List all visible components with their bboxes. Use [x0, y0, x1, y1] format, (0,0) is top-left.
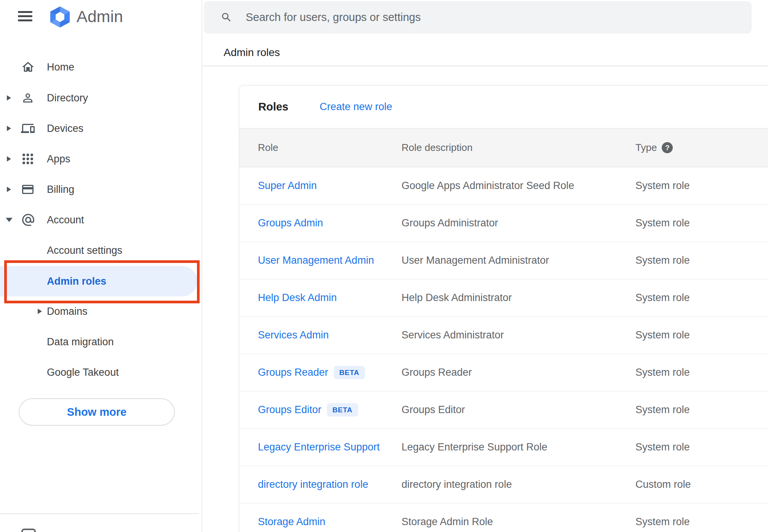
- role-link[interactable]: Groups Editor: [258, 404, 322, 416]
- admin-logo-icon: [49, 6, 71, 27]
- chevron-down-icon[interactable]: [6, 218, 13, 222]
- sidebar-item-label: Data migration: [47, 336, 114, 348]
- role-link[interactable]: directory integration role: [258, 479, 368, 490]
- sidebar-item-directory[interactable]: Directory: [0, 83, 198, 113]
- show-more-button[interactable]: Show more: [19, 398, 175, 426]
- column-header-description: Role description: [402, 142, 635, 154]
- sidebar-item-google-takeout[interactable]: Google Takeout: [0, 357, 198, 388]
- sidebar-item-apps[interactable]: Apps: [0, 144, 198, 174]
- role-type: System role: [635, 404, 768, 416]
- show-more-label: Show more: [67, 406, 126, 418]
- role-type: System role: [635, 441, 768, 453]
- role-link[interactable]: Groups Admin: [258, 217, 323, 229]
- sidebar-item-label: Google Takeout: [47, 367, 119, 378]
- sidebar-item-billing[interactable]: Billing: [0, 174, 198, 205]
- sidebar-item-label: Home: [47, 61, 74, 73]
- role-type: System role: [635, 255, 768, 266]
- role-description: User Management Administrator: [402, 255, 635, 266]
- table-row: Storage Admin Storage Admin Role System …: [239, 503, 768, 532]
- sidebar-item-label: Apps: [47, 153, 70, 165]
- column-header-role: Role: [258, 142, 402, 154]
- sidebar-item-account[interactable]: Account: [0, 205, 198, 235]
- devices-icon: [21, 122, 35, 135]
- role-type: System role: [635, 180, 768, 192]
- role-description: Services Administrator: [402, 329, 635, 341]
- search-bar[interactable]: [204, 1, 752, 34]
- column-header-type: Type ?: [635, 142, 768, 154]
- column-header-type-label: Type: [635, 142, 657, 154]
- sidebar-item-label: Account: [47, 214, 84, 226]
- role-type: Custom role: [635, 479, 768, 490]
- chevron-right-icon[interactable]: [7, 95, 11, 101]
- role-description: directory integration role: [402, 479, 635, 490]
- person-icon: [21, 91, 35, 105]
- sidebar-item-label: Devices: [47, 123, 83, 135]
- chevron-right-icon[interactable]: [7, 156, 11, 162]
- sidebar-item-account-settings[interactable]: Account settings: [0, 235, 198, 266]
- roles-card: Roles Create new role Role Role descript…: [239, 85, 768, 532]
- hamburger-menu-icon[interactable]: [18, 11, 33, 22]
- table-row: User Management Admin User Management Ad…: [239, 242, 768, 279]
- roles-card-header: Roles Create new role: [239, 85, 768, 128]
- role-link[interactable]: Legacy Enterprise Support: [258, 441, 380, 453]
- search-icon: [221, 11, 232, 23]
- partial-bottom-icon: [21, 529, 36, 532]
- create-new-role-link[interactable]: Create new role: [320, 101, 392, 113]
- sidebar-bottom-divider: [0, 513, 199, 514]
- product-title: Admin: [77, 7, 123, 26]
- table-row: Help Desk Admin Help Desk Administrator …: [239, 279, 768, 317]
- role-type: System role: [635, 367, 768, 378]
- hamburger-bar: [18, 15, 32, 17]
- role-description: Legacy Enterprise Support Role: [402, 441, 635, 453]
- chevron-right-icon[interactable]: [38, 309, 42, 314]
- chevron-right-icon[interactable]: [7, 126, 11, 131]
- role-description: Google Apps Administrator Seed Role: [402, 180, 635, 192]
- role-type: System role: [635, 329, 768, 341]
- sidebar-item-label: Admin roles: [47, 276, 106, 287]
- sidebar: Admin Home Directory Devices Apps: [0, 0, 202, 532]
- role-link[interactable]: Services Admin: [258, 329, 329, 341]
- table-row: Legacy Enterprise Support Legacy Enterpr…: [239, 429, 768, 466]
- sidebar-item-domains[interactable]: Domains: [0, 296, 198, 327]
- role-description: Storage Admin Role: [402, 516, 635, 528]
- sidebar-item-admin-roles[interactable]: Admin roles: [0, 266, 197, 296]
- table-header-row: Role Role description Type ?: [239, 128, 768, 167]
- header-divider: [202, 66, 768, 66]
- sidebar-item-label: Billing: [47, 184, 74, 195]
- brand-row: Admin: [0, 0, 202, 37]
- breadcrumb: Admin roles: [224, 46, 280, 59]
- table-row: Super Admin Google Apps Administrator Se…: [239, 167, 768, 205]
- home-icon: [21, 60, 35, 74]
- beta-badge: BETA: [327, 403, 358, 417]
- role-link[interactable]: Storage Admin: [258, 516, 325, 528]
- role-link[interactable]: Help Desk Admin: [258, 292, 337, 304]
- sidebar-item-label: Domains: [47, 306, 88, 317]
- search-input[interactable]: [246, 1, 733, 34]
- chevron-right-icon[interactable]: [7, 187, 11, 192]
- apps-grid-icon: [21, 152, 35, 166]
- sidebar-item-home[interactable]: Home: [0, 52, 198, 82]
- sidebar-item-data-migration[interactable]: Data migration: [0, 327, 198, 357]
- role-link[interactable]: User Management Admin: [258, 255, 374, 266]
- sidebar-item-label: Account settings: [47, 245, 122, 256]
- sidebar-item-label: Directory: [47, 92, 88, 104]
- beta-badge: BETA: [334, 366, 365, 379]
- hamburger-bar: [18, 19, 32, 21]
- role-type: System role: [635, 292, 768, 304]
- sidebar-item-devices[interactable]: Devices: [0, 113, 198, 144]
- role-link[interactable]: Groups Reader: [258, 367, 328, 378]
- hamburger-bar: [18, 11, 32, 13]
- credit-card-icon: [21, 183, 35, 196]
- role-type: System role: [635, 217, 768, 229]
- role-description: Groups Administrator: [402, 217, 635, 229]
- table-row: Groups Admin Groups Administrator System…: [239, 205, 768, 242]
- at-sign-icon: [21, 213, 35, 227]
- table-row: Services Admin Services Administrator Sy…: [239, 317, 768, 354]
- role-description: Groups Reader: [402, 367, 635, 378]
- role-description: Help Desk Administrator: [402, 292, 635, 304]
- role-link[interactable]: Super Admin: [258, 180, 317, 192]
- table-row: Groups Reader BETA Groups Reader System …: [239, 354, 768, 391]
- role-description: Groups Editor: [402, 404, 635, 416]
- help-icon[interactable]: ?: [662, 142, 673, 153]
- table-row: Groups Editor BETA Groups Editor System …: [239, 391, 768, 429]
